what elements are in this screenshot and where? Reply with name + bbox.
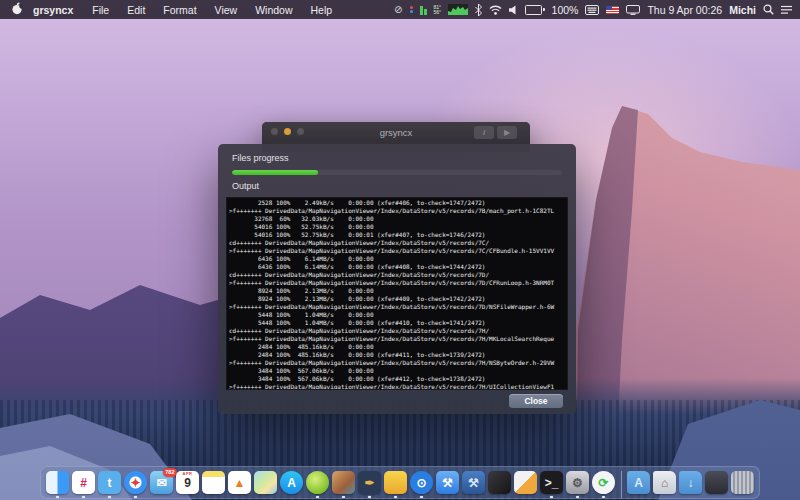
dock-item-black-notebook[interactable] xyxy=(487,471,512,498)
info-button[interactable]: i xyxy=(474,126,494,139)
traffic-lights xyxy=(271,128,304,135)
terminal-line: cd+++++++ DerivedData/MapNavigationViewe… xyxy=(229,327,567,335)
dock-item-notes[interactable] xyxy=(201,471,226,498)
close-button[interactable]: Close xyxy=(509,394,563,408)
dock-app-icon xyxy=(488,471,511,494)
dock-item-design-tools[interactable]: ✒ xyxy=(357,471,382,498)
dock-item-trash[interactable] xyxy=(730,471,755,498)
display-airplay-icon[interactable] xyxy=(626,5,640,15)
dock-app-icon: ✒ xyxy=(358,471,381,494)
dock-item-grsyncx[interactable]: ⟳ xyxy=(591,471,616,498)
menu-app-name[interactable]: grsyncx xyxy=(33,4,73,16)
menu-clock[interactable]: Thu 9 Apr 00:26 xyxy=(647,4,722,16)
dock-item-system-preferences[interactable]: ⚙ xyxy=(565,471,590,498)
running-indicator-dot xyxy=(56,496,59,499)
do-not-disturb-icon[interactable]: ⊘ xyxy=(394,5,402,15)
dock-item-downloads-folder[interactable]: ↓ xyxy=(678,471,703,498)
dock-item-applications-folder[interactable]: A xyxy=(626,471,651,498)
minimize-window-button[interactable] xyxy=(284,128,291,135)
terminal-line: 2528 100% 2.49kB/s 0:00:00 (xfer#406, to… xyxy=(229,199,567,207)
dock-item-minimized-window[interactable] xyxy=(704,471,729,498)
dock-app-icon: ⚒ xyxy=(462,471,485,494)
dock-app-icon: ↓ xyxy=(679,471,702,494)
main-window-titlebar[interactable]: grsyncx i ▶ xyxy=(262,122,530,143)
dock-item-terminal[interactable]: >_ xyxy=(539,471,564,498)
close-window-button[interactable] xyxy=(271,128,278,135)
dock-item-safari[interactable]: ✦ xyxy=(123,471,148,498)
menu-item[interactable]: Help xyxy=(302,4,342,16)
running-indicator-dot xyxy=(342,496,345,499)
terminal-line: 5448 100% 1.04MB/s 0:00:00 xyxy=(229,311,567,319)
terminal-line: cd+++++++ DerivedData/MapNavigationViewe… xyxy=(229,271,567,279)
dock: # t ✦ ✉ 782 APR 9 xyxy=(40,466,760,499)
menu-item[interactable]: View xyxy=(206,4,247,16)
istat-temps-icon[interactable]: 81° 56° xyxy=(434,5,442,15)
dock-item-vlc[interactable]: ▲ xyxy=(227,471,252,498)
menu-item[interactable]: File xyxy=(83,4,118,16)
istat-memory-icon[interactable] xyxy=(420,5,427,15)
input-language-flag-icon[interactable] xyxy=(606,6,619,14)
dock-app-icon xyxy=(306,471,329,494)
keyboard-icon[interactable] xyxy=(585,5,599,15)
bluetooth-icon[interactable] xyxy=(475,4,482,16)
notification-center-icon[interactable] xyxy=(781,5,792,15)
menu-item[interactable]: Format xyxy=(154,4,205,16)
dock-item-xcode[interactable]: ⚒ xyxy=(435,471,460,498)
menu-item[interactable]: Edit xyxy=(118,4,154,16)
play-sync-button[interactable]: ▶ xyxy=(497,126,517,139)
dock-app-icon: A xyxy=(627,471,650,494)
dock-app-icon xyxy=(46,471,69,494)
terminal-line: 54016 100% 52.75kB/s 0:00:00 xyxy=(229,223,567,231)
dock-item-twitter[interactable]: t xyxy=(97,471,122,498)
cpu-history-graph-icon[interactable] xyxy=(448,4,468,15)
dock-item-transmit[interactable] xyxy=(383,471,408,498)
dock-item-1password[interactable]: ⊙ xyxy=(409,471,434,498)
dock-app-icon: ⚙ xyxy=(566,471,589,494)
running-indicator-dot xyxy=(550,496,553,499)
dock-app-icon: ✦ xyxy=(124,471,147,494)
running-indicator-dot xyxy=(602,496,605,499)
zoom-window-button[interactable] xyxy=(297,128,304,135)
apple-menu-icon[interactable] xyxy=(10,2,23,17)
istat-dots-icon[interactable] xyxy=(410,6,413,13)
dock-app-icon: APR 9 xyxy=(176,471,199,494)
dock-app-icon: t xyxy=(98,471,121,494)
running-indicator-dot xyxy=(134,496,137,499)
rsync-output-terminal[interactable]: 2528 100% 2.49kB/s 0:00:00 (xfer#406, to… xyxy=(226,197,568,390)
files-progress-bar xyxy=(232,170,562,175)
battery-percentage[interactable]: 100% xyxy=(552,4,579,16)
dock-item-photo-editor[interactable] xyxy=(331,471,356,498)
dock-item-calendar[interactable]: APR 9 xyxy=(175,471,200,498)
battery-icon[interactable] xyxy=(525,5,545,15)
menu-item[interactable]: Window xyxy=(246,4,301,16)
files-progress-fill xyxy=(232,170,318,175)
terminal-line: 5448 100% 1.04MB/s 0:00:00 (xfer#410, to… xyxy=(229,319,567,327)
terminal-line: 3484 100% 567.06kB/s 0:00:00 xyxy=(229,367,567,375)
terminal-line: cd+++++++ DerivedData/MapNavigationViewe… xyxy=(229,239,567,247)
dock-app-icon xyxy=(254,471,277,494)
dock-item-app-store[interactable]: A xyxy=(279,471,304,498)
dock-item-mail[interactable]: ✉ 782 xyxy=(149,471,174,498)
dock-item-divider[interactable] xyxy=(617,471,625,498)
dock-item-finder[interactable] xyxy=(45,471,70,498)
dock-app-icon xyxy=(705,471,728,494)
terminal-line: >f+++++++ DerivedData/MapNavigationViewe… xyxy=(229,247,567,255)
dock-item-maps[interactable] xyxy=(253,471,278,498)
running-indicator-dot xyxy=(394,496,397,499)
dock-app-icon: ⌂ xyxy=(653,471,676,494)
dock-item-dash-docs[interactable] xyxy=(513,471,538,498)
menu-items: FileEditFormatViewWindowHelp xyxy=(83,4,341,16)
dock-app-icon: ✉ 782 xyxy=(150,471,173,494)
spotlight-search-icon[interactable] xyxy=(763,4,774,15)
running-indicator-dot xyxy=(420,496,423,499)
dock-item-limechat[interactable] xyxy=(305,471,330,498)
dock-item-xcode-beta[interactable]: ⚒ xyxy=(461,471,486,498)
dock-item-home-folder[interactable]: ⌂ xyxy=(652,471,677,498)
wifi-icon[interactable] xyxy=(489,5,502,15)
terminal-line: >f+++++++ DerivedData/MapNavigationViewe… xyxy=(229,359,567,367)
volume-icon[interactable] xyxy=(509,5,518,15)
dock-item-slack[interactable]: # xyxy=(71,471,96,498)
dock-app-icon xyxy=(332,471,355,494)
menu-user-name[interactable]: Michi xyxy=(729,4,756,16)
running-indicator-dot xyxy=(108,496,111,499)
